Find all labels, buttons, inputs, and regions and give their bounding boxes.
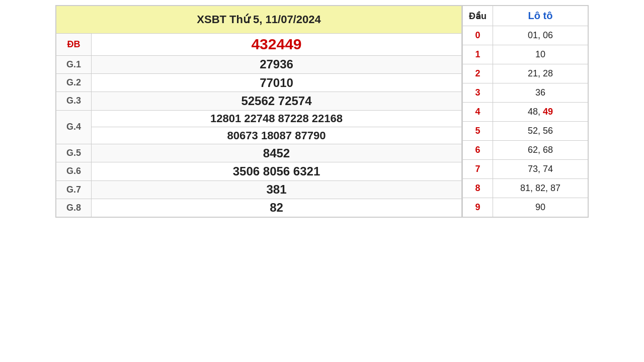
loto-header-dau: Đầu [463, 6, 493, 26]
table-header-row: XSBT Thứ 5, 11/07/2024 [56, 6, 462, 34]
loto-table: Đầu Lô tô 001, 06110221, 28336448, 49552… [462, 6, 588, 217]
loto-values: 90 [493, 198, 588, 217]
prize-label: G.4 [56, 110, 92, 144]
prize-value: 77010 [92, 74, 462, 92]
prize-value: 82 [92, 199, 462, 217]
loto-dau: 4 [463, 103, 493, 122]
loto-values: 81, 82, 87 [493, 179, 588, 198]
loto-values: 73, 74 [493, 160, 588, 179]
prize-label: G.7 [56, 180, 92, 199]
loto-row: 990 [463, 198, 588, 217]
prize-value: 8452 [92, 144, 462, 162]
prize-value: 381 [92, 180, 462, 199]
loto-row: 110 [463, 45, 588, 64]
loto-row: 881, 82, 87 [463, 179, 588, 198]
prize-value: 432449 [92, 34, 462, 56]
prize-value: 3506 8056 6321 [92, 162, 462, 180]
table-row: 80673 18087 87790 [56, 127, 462, 144]
loto-values: 10 [493, 45, 588, 64]
loto-dau: 7 [463, 160, 493, 179]
loto-dau: 9 [463, 198, 493, 217]
loto-value-red: 49 [543, 107, 553, 117]
prize-label: G.5 [56, 144, 92, 162]
prize-label: G.6 [56, 162, 92, 180]
loto-row: 448, 49 [463, 103, 588, 122]
table-title: XSBT Thứ 5, 11/07/2024 [56, 6, 462, 34]
prize-label: G.1 [56, 55, 92, 73]
prize-label: G.8 [56, 199, 92, 217]
loto-dau: 0 [463, 26, 493, 45]
loto-values: 01, 06 [493, 26, 588, 45]
prize-value: 27936 [92, 55, 462, 73]
loto-dau: 6 [463, 141, 493, 160]
prize-value: 80673 18087 87790 [92, 127, 462, 144]
prize-label: G.2 [56, 74, 92, 92]
prize-label: ĐB [56, 34, 92, 56]
table-row: ĐB432449 [56, 34, 462, 56]
loto-row: 221, 28 [463, 64, 588, 83]
table-row: G.412801 22748 87228 22168 [56, 110, 462, 127]
loto-dau: 2 [463, 64, 493, 83]
loto-dau: 5 [463, 122, 493, 141]
loto-values: 48, 49 [493, 103, 588, 122]
loto-values: 36 [493, 83, 588, 103]
prize-value: 12801 22748 87228 22168 [92, 110, 462, 127]
table-row: G.352562 72574 [56, 92, 462, 110]
table-row: G.63506 8056 6321 [56, 162, 462, 180]
loto-row: 552, 56 [463, 122, 588, 141]
loto-row: 662, 68 [463, 141, 588, 160]
loto-values: 21, 28 [493, 64, 588, 83]
table-row: G.58452 [56, 144, 462, 162]
loto-header-row: Đầu Lô tô [463, 6, 588, 26]
table-row: G.7381 [56, 180, 462, 199]
table-row: G.127936 [56, 55, 462, 73]
prize-value: 52562 72574 [92, 92, 462, 110]
loto-header-loto: Lô tô [493, 6, 588, 26]
loto-values: 52, 56 [493, 122, 588, 141]
loto-row: 336 [463, 83, 588, 103]
loto-dau: 8 [463, 179, 493, 198]
prize-label: G.3 [56, 92, 92, 110]
loto-dau: 1 [463, 45, 493, 64]
main-table: XSBT Thứ 5, 11/07/2024 ĐB432449G.127936G… [56, 6, 462, 217]
loto-row: 001, 06 [463, 26, 588, 45]
table-row: G.882 [56, 199, 462, 217]
loto-row: 773, 74 [463, 160, 588, 179]
main-container: XSBT Thứ 5, 11/07/2024 ĐB432449G.127936G… [55, 5, 589, 218]
table-row: G.277010 [56, 74, 462, 92]
loto-values: 62, 68 [493, 141, 588, 160]
loto-dau: 3 [463, 83, 493, 103]
